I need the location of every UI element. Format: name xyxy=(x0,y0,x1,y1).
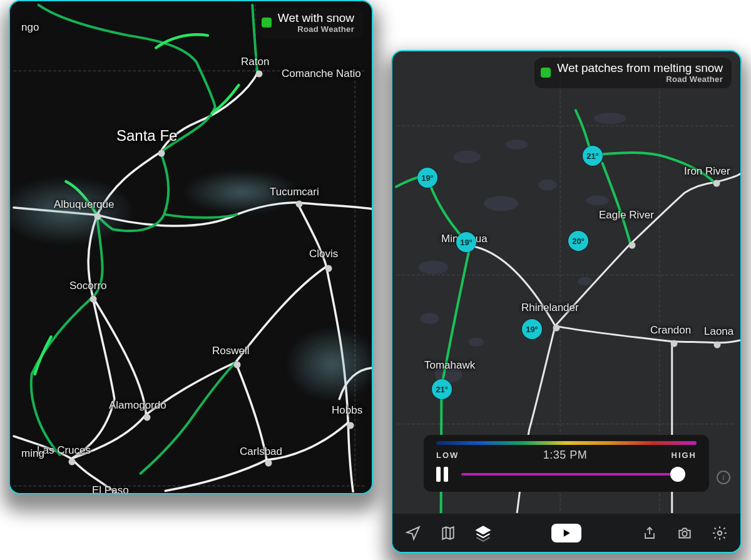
intensity-low-label: LOW xyxy=(436,451,459,460)
city-dot xyxy=(158,150,165,157)
city-dot xyxy=(347,422,354,429)
layers-icon[interactable] xyxy=(474,524,493,542)
city-dot xyxy=(296,201,303,208)
city-label: Roswell xyxy=(212,345,250,357)
condition-swatch xyxy=(541,68,551,78)
city-label: Comanche Natio xyxy=(282,68,361,80)
svg-point-8 xyxy=(578,277,593,285)
play-button[interactable] xyxy=(551,524,581,542)
cropped-label: ngo xyxy=(21,21,39,34)
city-label: Rhinelander xyxy=(521,302,579,314)
cloud xyxy=(9,176,135,245)
svg-point-7 xyxy=(469,338,484,347)
cloud xyxy=(285,327,373,402)
city-label: Santa Fe xyxy=(116,127,177,145)
city-label: Tucumcari xyxy=(270,186,319,198)
city-label: Eagle River xyxy=(599,209,654,221)
locate-icon[interactable] xyxy=(404,524,422,542)
city-dot xyxy=(325,265,332,272)
temperature-badge[interactable]: 21° xyxy=(583,146,603,166)
svg-point-9 xyxy=(594,113,626,124)
condition-label: Wet with snow xyxy=(278,11,354,25)
condition-label: Wet patches from melting snow xyxy=(557,61,723,75)
temperature-badge[interactable]: 19° xyxy=(417,168,437,188)
map-tile-new-mexico[interactable]: RatonComanche NatioSanta FeTucumcariAlbu… xyxy=(9,0,373,494)
pause-button[interactable] xyxy=(436,467,450,482)
city-dot xyxy=(553,325,560,332)
city-label: Clovis xyxy=(309,248,338,260)
svg-point-13 xyxy=(718,531,722,535)
city-label: Laona xyxy=(704,325,733,338)
condition-subtitle: Road Weather xyxy=(666,75,723,84)
city-dot xyxy=(671,340,678,347)
city-dot xyxy=(144,414,151,421)
city-dot xyxy=(713,180,720,187)
city-label: Las Cruces xyxy=(37,444,91,457)
svg-point-0 xyxy=(453,151,481,163)
temperature-badge[interactable]: 21° xyxy=(432,379,452,399)
condition-swatch xyxy=(262,18,272,28)
camera-icon[interactable] xyxy=(675,524,694,542)
city-dot xyxy=(69,459,76,466)
intensity-spectrum xyxy=(436,441,697,445)
map-style-icon[interactable] xyxy=(439,524,457,542)
city-label: Socorro xyxy=(69,280,107,292)
city-dot xyxy=(90,296,97,303)
timeline-slider[interactable] xyxy=(461,472,697,476)
city-label: Tomahawk xyxy=(424,359,475,372)
info-icon[interactable]: i xyxy=(717,471,730,484)
city-dot xyxy=(256,71,263,78)
svg-point-5 xyxy=(419,261,449,275)
condition-subtitle: Road Weather xyxy=(297,25,354,34)
svg-point-3 xyxy=(484,196,519,211)
city-label: Crandon xyxy=(650,324,691,337)
road-condition-badge[interactable]: Wet patches from melting snow Road Weath… xyxy=(534,58,732,88)
timeline-progress xyxy=(461,473,678,476)
svg-point-12 xyxy=(682,531,687,536)
svg-point-2 xyxy=(538,180,557,191)
city-dot xyxy=(265,460,272,467)
timeline-thumb[interactable] xyxy=(670,467,685,482)
cropped-label: ming xyxy=(21,447,44,460)
map-tile-wisconsin[interactable]: Iron RiverEagle RiverMinocquaRhinelander… xyxy=(391,50,742,553)
city-dot xyxy=(714,342,721,349)
svg-point-1 xyxy=(506,140,528,150)
city-label: Iron River xyxy=(684,165,730,178)
svg-point-4 xyxy=(586,195,609,205)
city-label: Raton xyxy=(241,56,269,68)
city-label: El Paso xyxy=(92,484,129,494)
bottom-toolbar xyxy=(392,513,740,552)
share-icon[interactable] xyxy=(640,524,659,542)
timeline-player[interactable]: LOW 1:35 PM HIGH xyxy=(424,435,709,492)
city-dot xyxy=(95,213,101,220)
city-label: Alamogordo xyxy=(109,399,166,412)
playback-time: 1:35 PM xyxy=(543,449,588,462)
road-condition-badge[interactable]: Wet with snow Road Weather xyxy=(255,8,363,38)
temperature-badge[interactable]: 19° xyxy=(456,232,476,252)
intensity-high-label: HIGH xyxy=(672,451,697,460)
settings-icon[interactable] xyxy=(710,524,729,542)
city-dot xyxy=(234,362,241,369)
city-label: Carlsbad xyxy=(240,445,282,458)
city-dot xyxy=(629,242,636,249)
svg-point-10 xyxy=(421,313,439,324)
city-label: Hobbs xyxy=(332,404,362,417)
city-label: Albuquerque xyxy=(54,198,114,211)
temperature-badge[interactable]: 20° xyxy=(568,231,588,251)
temperature-badge[interactable]: 19° xyxy=(522,319,542,339)
